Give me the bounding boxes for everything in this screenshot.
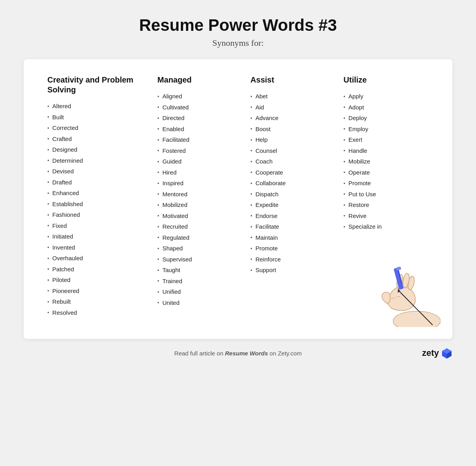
list-item: Resolved: [47, 308, 150, 318]
list-item: Endorse: [251, 212, 336, 221]
list-item: Guided: [157, 157, 243, 166]
content-card: Creativity and Problem Solving AlteredBu…: [24, 59, 452, 339]
list-item: Adopt: [343, 103, 429, 112]
list-item: United: [157, 299, 243, 308]
list-item: Mobilize: [343, 157, 429, 166]
list-item: Dispatch: [251, 190, 336, 199]
list-item: Aligned: [157, 92, 243, 101]
list-item: Pioneered: [47, 287, 150, 296]
column-utilize: Utilize ApplyAdoptDeployEmployExertHandl…: [339, 75, 433, 233]
list-item: Abet: [251, 92, 336, 101]
list-item: Recruited: [157, 222, 243, 231]
list-item: Support: [251, 266, 336, 275]
hand-illustration: [354, 264, 440, 327]
list-item: Trained: [157, 277, 243, 286]
list-item: Operate: [343, 168, 429, 177]
list-item: Fixed: [47, 222, 150, 231]
word-list-utilize: ApplyAdoptDeployEmployExertHandleMobiliz…: [343, 92, 429, 231]
list-item: Promote: [251, 244, 336, 253]
list-item: Handle: [343, 147, 429, 156]
list-item: Fostered: [157, 147, 243, 156]
list-item: Built: [47, 113, 150, 122]
list-item: Altered: [47, 102, 150, 111]
word-list-managed: AlignedCultivatedDirectedEnabledFacilita…: [157, 92, 243, 307]
list-item: Specialize in: [343, 222, 429, 231]
list-item: Crafted: [47, 135, 150, 144]
list-item: Designed: [47, 145, 150, 154]
word-list-assist: AbetAidAdvanceBoostHelpCounselCoachCoope…: [251, 92, 336, 275]
list-item: Reinforce: [251, 255, 336, 264]
list-item: Directed: [157, 114, 243, 123]
list-item: Drafted: [47, 178, 150, 187]
list-item: Devised: [47, 167, 150, 176]
list-item: Help: [251, 135, 336, 145]
column-header-assist: Assist: [251, 75, 336, 85]
zety-logo: zety: [422, 348, 452, 359]
list-item: Mobilized: [157, 201, 243, 210]
column-managed: Managed AlignedCultivatedDirectedEnabled…: [154, 75, 247, 309]
list-item: Aid: [251, 103, 336, 112]
list-item: Facilitate: [251, 222, 336, 231]
list-item: Overhauled: [47, 254, 150, 263]
column-assist: Assist AbetAidAdvanceBoostHelpCounselCoa…: [247, 75, 340, 277]
column-header-creativity: Creativity and Problem Solving: [47, 75, 150, 95]
list-item: Rebuilt: [47, 297, 150, 306]
list-item: Promote: [343, 179, 429, 188]
subtitle: Synonyms for:: [212, 38, 264, 48]
list-item: Revive: [343, 212, 429, 221]
list-item: Established: [47, 200, 150, 209]
list-item: Piloted: [47, 276, 150, 285]
list-item: Supervised: [157, 255, 243, 264]
svg-rect-4: [396, 267, 401, 271]
column-header-managed: Managed: [157, 75, 243, 85]
list-item: Maintain: [251, 233, 336, 242]
zety-brand-name: zety: [422, 348, 439, 358]
list-item: Inspired: [157, 179, 243, 188]
list-item: Unified: [157, 287, 243, 297]
list-item: Hired: [157, 168, 243, 177]
list-item: Facilitated: [157, 135, 243, 145]
list-item: Advance: [251, 114, 336, 123]
list-item: Coach: [251, 157, 336, 166]
list-item: Expedite: [251, 201, 336, 210]
list-item: Apply: [343, 92, 429, 101]
zety-cube-icon: [441, 348, 452, 359]
footer-link-text: Resume Words: [225, 350, 268, 357]
footer: Read full article on Resume Words on Zet…: [24, 348, 452, 359]
list-item: Determined: [47, 156, 150, 165]
list-item: Enabled: [157, 125, 243, 134]
list-item: Patched: [47, 265, 150, 274]
list-item: Put to Use: [343, 190, 429, 199]
list-item: Enhanced: [47, 189, 150, 198]
list-item: Deploy: [343, 114, 429, 123]
svg-point-0: [393, 311, 440, 327]
list-item: Restore: [343, 201, 429, 210]
word-list-creativity: AlteredBuiltCorrectedCraftedDesignedDete…: [47, 102, 150, 317]
list-item: Employ: [343, 125, 429, 134]
footer-text: Read full article on Resume Words on Zet…: [174, 350, 302, 357]
list-item: Corrected: [47, 124, 150, 133]
page-title: Resume Power Words #3: [139, 16, 337, 35]
list-item: Counsel: [251, 147, 336, 156]
column-creativity: Creativity and Problem Solving AlteredBu…: [43, 75, 154, 319]
list-item: Cooperate: [251, 168, 336, 177]
list-item: Fashioned: [47, 210, 150, 220]
list-item: Invented: [47, 243, 150, 252]
list-item: Shaped: [157, 244, 243, 253]
list-item: Boost: [251, 125, 336, 134]
list-item: Initiated: [47, 232, 150, 241]
column-header-utilize: Utilize: [343, 75, 429, 85]
list-item: Collaborate: [251, 179, 336, 188]
list-item: Regulated: [157, 233, 243, 242]
list-item: Motivated: [157, 212, 243, 221]
list-item: Exert: [343, 135, 429, 145]
list-item: Taught: [157, 266, 243, 275]
list-item: Cultivated: [157, 103, 243, 112]
list-item: Mentored: [157, 190, 243, 199]
